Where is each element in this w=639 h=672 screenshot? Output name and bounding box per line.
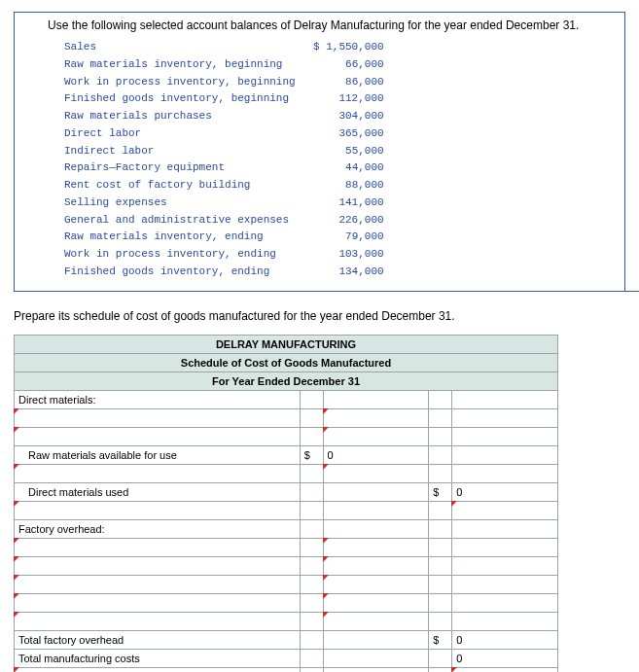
balance-label: Rent cost of factory building xyxy=(63,178,303,194)
calc-value: 0 xyxy=(452,630,558,649)
balance-amount: 304,000 xyxy=(305,109,385,124)
balance-amount: $ 1,550,000 xyxy=(305,40,385,55)
calc-value: 0 xyxy=(323,445,429,464)
sched-title-3: For Year Ended December 31 xyxy=(15,371,558,390)
balance-label: Raw materials inventory, ending xyxy=(63,230,303,245)
balances-list: Sales$ 1,550,000Raw materials inventory,… xyxy=(61,38,387,282)
balance-amount: 86,000 xyxy=(305,75,385,90)
schedule-table: DELRAY MANUFACTURING Schedule of Cost of… xyxy=(14,335,558,673)
balance-amount: 44,000 xyxy=(305,160,385,176)
input-row[interactable] xyxy=(15,593,301,612)
balance-row: Indirect labor55,000 xyxy=(63,144,385,159)
row-factory-overhead: Factory overhead: xyxy=(15,519,301,538)
account-balances-box: Use the following selected account balan… xyxy=(14,12,625,292)
balance-row: Sales$ 1,550,000 xyxy=(63,40,385,55)
input-cell[interactable] xyxy=(323,464,429,482)
balance-label: Repairs—Factory equipment xyxy=(63,160,303,176)
balance-row: Work in process inventory, beginning86,0… xyxy=(63,75,385,90)
input-cell[interactable] xyxy=(323,593,429,612)
input-row[interactable] xyxy=(15,556,301,575)
input-row[interactable] xyxy=(15,427,301,445)
balance-amount: 226,000 xyxy=(305,213,385,229)
balance-row: Repairs—Factory equipment44,000 xyxy=(63,160,385,176)
row-rm-available: Raw materials available for use xyxy=(15,445,301,464)
balance-label: Raw materials inventory, beginning xyxy=(63,57,303,73)
balance-row: Finished goods inventory, beginning112,0… xyxy=(63,91,385,107)
calc-value: 0 xyxy=(452,482,558,501)
balance-row: General and administrative expenses226,0… xyxy=(63,213,385,229)
row-direct-materials: Direct materials: xyxy=(15,390,301,408)
input-cell[interactable] xyxy=(323,575,429,593)
balance-row: Finished goods inventory, ending134,000 xyxy=(63,265,385,280)
balance-amount: 66,000 xyxy=(305,57,385,73)
currency-symbol: $ xyxy=(429,482,452,501)
row-total-mfg: Total manufacturing costs xyxy=(15,649,301,667)
balance-label: Work in process inventory, ending xyxy=(63,247,303,263)
balance-row: Selling expenses141,000 xyxy=(63,195,385,211)
sched-title-1: DELRAY MANUFACTURING xyxy=(15,335,558,353)
balance-row: Work in process inventory, ending103,000 xyxy=(63,247,385,263)
input-cell[interactable] xyxy=(452,667,558,672)
balance-amount: 134,000 xyxy=(305,265,385,280)
currency-symbol: $ xyxy=(300,445,323,464)
balance-amount: 103,000 xyxy=(305,247,385,263)
input-row[interactable] xyxy=(15,575,301,593)
input-cell[interactable] xyxy=(323,538,429,556)
balance-label: Finished goods inventory, ending xyxy=(63,265,303,280)
input-row[interactable] xyxy=(15,501,301,519)
instruction-text: Prepare its schedule of cost of goods ma… xyxy=(14,309,625,323)
calc-value: 0 xyxy=(452,649,558,667)
balance-label: Indirect labor xyxy=(63,144,303,159)
balance-label: Direct labor xyxy=(63,126,303,142)
intro-text: Use the following selected account balan… xyxy=(48,18,617,32)
input-row[interactable] xyxy=(15,464,301,482)
balance-label: Raw materials purchases xyxy=(63,109,303,124)
balance-label: Work in process inventory, beginning xyxy=(63,75,303,90)
balance-amount: 79,000 xyxy=(305,230,385,245)
balance-row: Direct labor365,000 xyxy=(63,126,385,142)
balance-label: Finished goods inventory, beginning xyxy=(63,91,303,107)
balance-amount: 141,000 xyxy=(305,195,385,211)
input-row[interactable] xyxy=(15,538,301,556)
balance-amount: 88,000 xyxy=(305,178,385,194)
input-row[interactable] xyxy=(15,408,301,427)
balance-amount: 365,000 xyxy=(305,126,385,142)
input-cell[interactable] xyxy=(323,408,429,427)
balance-row: Rent cost of factory building88,000 xyxy=(63,178,385,194)
input-cell[interactable] xyxy=(323,612,429,630)
row-dm-used: Direct materials used xyxy=(15,482,301,501)
balance-row: Raw materials inventory, ending79,000 xyxy=(63,230,385,245)
input-cell[interactable] xyxy=(452,501,558,519)
input-cell[interactable] xyxy=(323,427,429,445)
balance-amount: 55,000 xyxy=(305,144,385,159)
balance-label: Sales xyxy=(63,40,303,55)
input-cell[interactable] xyxy=(323,556,429,575)
currency-symbol: $ xyxy=(429,630,452,649)
balance-row: Raw materials inventory, beginning66,000 xyxy=(63,57,385,73)
balance-row: Raw materials purchases304,000 xyxy=(63,109,385,124)
input-row[interactable] xyxy=(15,667,301,672)
row-total-foh: Total factory overhead xyxy=(15,630,301,649)
balance-label: Selling expenses xyxy=(63,195,303,211)
balance-amount: 112,000 xyxy=(305,91,385,107)
sched-title-2: Schedule of Cost of Goods Manufactured xyxy=(15,353,558,371)
input-row[interactable] xyxy=(15,612,301,630)
balance-label: General and administrative expenses xyxy=(63,213,303,229)
